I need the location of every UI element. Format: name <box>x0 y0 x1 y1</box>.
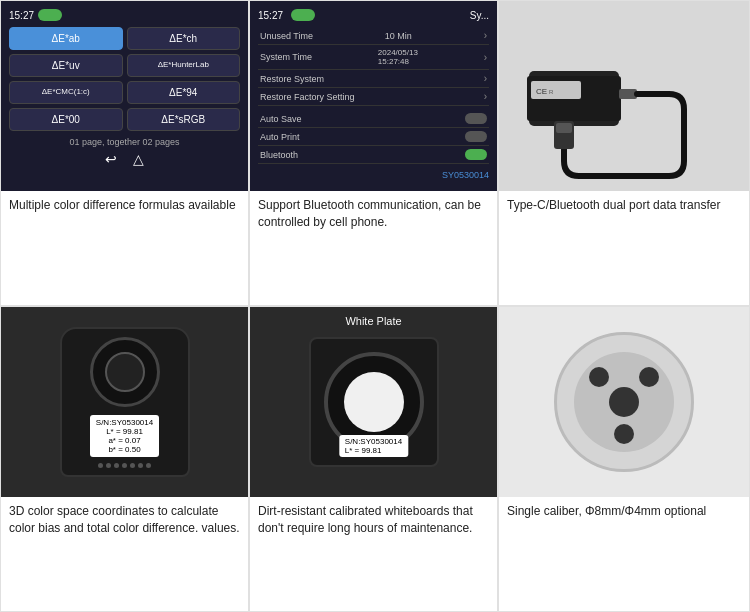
whiteboard-image: White Plate S/N:SY0530014 L* = 99.81 <box>250 307 497 497</box>
screen2-nav: ↩ <box>258 188 489 191</box>
caliber-image <box>499 307 749 497</box>
screen2-sync: Sy... <box>470 10 489 21</box>
home-icon[interactable]: △ <box>133 151 144 167</box>
label-sn: S/N:SY0530014 <box>96 418 153 427</box>
label-autoprint: Auto Print <box>260 132 300 142</box>
formula-buttons: ΔE*ab ΔE*ch ΔE*uv ΔE*HunterLab ΔE*CMC(1:… <box>9 27 240 131</box>
wb-outer: S/N:SY0530014 L* = 99.81 <box>309 337 439 467</box>
cell-color-formulas: 15:27 ΔE*ab ΔE*ch ΔE*uv ΔE*HunterLab ΔE*… <box>0 0 249 306</box>
toggle-autosave[interactable] <box>465 113 487 124</box>
settings-row-autoprint: Auto Print <box>258 128 489 146</box>
formula-btn-dEch[interactable]: ΔE*ch <box>127 27 241 50</box>
formula-btn-dE94[interactable]: ΔE*94 <box>127 81 241 104</box>
caliber-device <box>554 332 694 472</box>
label-factory: Restore Factory Setting <box>260 92 355 102</box>
label-unusedtime: Unused Time <box>260 31 313 41</box>
settings-row-bluetooth: Bluetooth <box>258 146 489 164</box>
screen1-toggle <box>38 9 62 21</box>
settings-row-restore: Restore System › <box>258 70 489 88</box>
formula-btn-dEsrgb[interactable]: ΔE*sRGB <box>127 108 241 131</box>
cell-3dcolorspace: S/N:SY0530014 L* = 99.81 a* = 0.07 b* = … <box>0 306 249 612</box>
label-bluetooth: Bluetooth <box>260 150 298 160</box>
cell-bluetooth: 15:27 Sy... Unused Time 10 Min › System … <box>249 0 498 306</box>
screen2: 15:27 Sy... Unused Time 10 Min › System … <box>250 1 497 191</box>
formula-btn-dEcmc[interactable]: ΔE*CMC(1:c) <box>9 81 123 104</box>
settings-row-systemtime: System Time 2024/05/1315:27:48 › <box>258 45 489 70</box>
value-unusedtime: 10 Min <box>385 31 412 41</box>
cell2-caption: Support Bluetooth communication, can be … <box>250 191 497 305</box>
cell3-caption: Type-C/Bluetooth dual port data transfer <box>499 191 749 305</box>
svg-rect-8 <box>556 123 572 133</box>
wb-circle <box>344 372 404 432</box>
caliber-hole-center <box>609 387 639 417</box>
label-l: L* = 99.81 <box>96 427 153 436</box>
wb-label: S/N:SY0530014 L* = 99.81 <box>339 435 408 457</box>
typec-image: CE R <box>499 1 749 191</box>
wb-sn: S/N:SY0530014 <box>345 437 402 446</box>
cell-caliber: Single caliber, Φ8mm/Φ4mm optional <box>498 306 750 612</box>
screen2-back-icon[interactable]: ↩ <box>258 188 270 191</box>
caliber-hole-tl <box>589 367 609 387</box>
formula-btn-dEuv[interactable]: ΔE*uv <box>9 54 123 77</box>
cell6-caption: Single caliber, Φ8mm/Φ4mm optional <box>499 497 749 611</box>
arrow-unusedtime: › <box>484 30 487 41</box>
label-b: b* = 0.50 <box>96 445 153 454</box>
settings-row-factory: Restore Factory Setting › <box>258 88 489 106</box>
caliber-hole-b <box>614 424 634 444</box>
back-icon[interactable]: ↩ <box>105 151 117 167</box>
formula-btn-dEab[interactable]: ΔE*ab <box>9 27 123 50</box>
screen1-time: 15:27 <box>9 10 34 21</box>
cable-svg: CE R <box>499 1 749 191</box>
device-dots <box>98 463 151 468</box>
main-grid: 15:27 ΔE*ab ΔE*ch ΔE*uv ΔE*HunterLab ΔE*… <box>0 0 750 612</box>
svg-text:CE: CE <box>536 87 547 96</box>
label-systemtime: System Time <box>260 52 312 62</box>
cell5-caption: Dirt-resistant calibrated whiteboards th… <box>250 497 497 611</box>
cell-typec: CE R Type-C/Bluetooth dual port data tra… <box>498 0 750 306</box>
device-image: S/N:SY0530014 L* = 99.81 a* = 0.07 b* = … <box>1 307 248 497</box>
caliber-hole-tr <box>639 367 659 387</box>
svg-text:R: R <box>549 89 554 95</box>
screen1-nav: ↩ △ <box>9 151 240 167</box>
caliber-inner <box>574 352 674 452</box>
wb-l: L* = 99.81 <box>345 446 402 455</box>
cell1-caption: Multiple color difference formulas avail… <box>1 191 248 305</box>
wb-title: White Plate <box>345 315 401 327</box>
toggle-autoprint[interactable] <box>465 131 487 142</box>
formula-btn-dEhunter[interactable]: ΔE*HunterLab <box>127 54 241 77</box>
arrow-systemtime: › <box>484 52 487 63</box>
arrow-factory: › <box>484 91 487 102</box>
device-lens-inner <box>105 352 145 392</box>
bluetooth-id: SY0530014 <box>442 170 489 180</box>
device-label-box: S/N:SY0530014 L* = 99.81 a* = 0.07 b* = … <box>90 415 159 457</box>
formula-btn-dE00[interactable]: ΔE*00 <box>9 108 123 131</box>
device-lens-outer <box>90 337 160 407</box>
cell4-caption: 3D color space coordinates to calculate … <box>1 497 248 611</box>
value-systemtime: 2024/05/1315:27:48 <box>378 48 418 66</box>
device-body: S/N:SY0530014 L* = 99.81 a* = 0.07 b* = … <box>60 327 190 477</box>
label-restore: Restore System <box>260 74 324 84</box>
toggle-bluetooth[interactable] <box>465 149 487 160</box>
screen2-time: 15:27 <box>258 10 283 21</box>
settings-row-autosave: Auto Save <box>258 110 489 128</box>
arrow-restore: › <box>484 73 487 84</box>
label-autosave: Auto Save <box>260 114 302 124</box>
settings-row-unusedtime: Unused Time 10 Min › <box>258 27 489 45</box>
cell-whiteplate: White Plate S/N:SY0530014 L* = 99.81 Dir… <box>249 306 498 612</box>
screen1: 15:27 ΔE*ab ΔE*ch ΔE*uv ΔE*HunterLab ΔE*… <box>1 1 248 191</box>
screen2-toggle <box>291 9 315 21</box>
page-indicator: 01 page, together 02 pages <box>9 137 240 147</box>
label-a: a* = 0.07 <box>96 436 153 445</box>
